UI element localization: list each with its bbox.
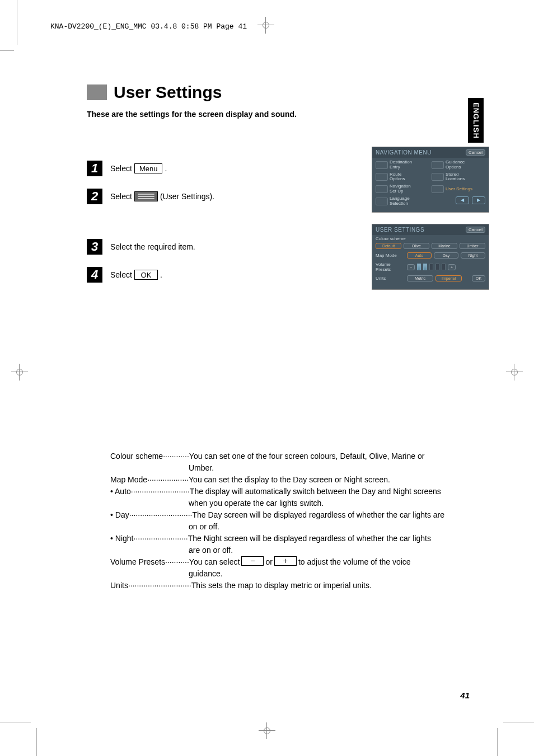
colour-default[interactable]: Default: [376, 243, 401, 249]
desc-text-cont: are on or off.: [110, 544, 484, 556]
ok-button[interactable]: OK: [472, 275, 485, 281]
nav-item-destination[interactable]: DestinationEntry: [376, 160, 429, 170]
desc-term: Units: [110, 580, 128, 591]
desc-text: The Night screen will be displayed regar…: [188, 533, 484, 544]
guidance-icon: [432, 161, 444, 169]
units-label: Units: [376, 276, 405, 281]
crop-mark: [17, 0, 17, 45]
step-suffix: .: [165, 164, 167, 173]
vol-plus[interactable]: +: [448, 264, 456, 270]
desc-text: The Day screen will be displayed regardl…: [193, 509, 485, 521]
register-mark-right: [506, 364, 523, 381]
prev-button[interactable]: ◀: [456, 196, 469, 204]
desc-text: This sets the map to display metric or i…: [191, 580, 484, 591]
vol-bar: [423, 264, 427, 270]
colour-umber[interactable]: Umber: [460, 243, 485, 249]
ok-button[interactable]: OK: [134, 270, 158, 280]
step-text: Select the required item.: [110, 242, 195, 251]
map-night[interactable]: Night: [461, 252, 485, 259]
vol-minus[interactable]: −: [407, 264, 415, 270]
desc-text: The display will automatically switch be…: [190, 486, 484, 497]
stored-icon: [432, 173, 444, 181]
units-imperial[interactable]: Imperial: [435, 275, 462, 281]
desc-term: • Night: [110, 533, 133, 544]
desc-term: Colour scheme: [110, 450, 163, 462]
desc-text-cont: on or off.: [110, 521, 484, 533]
plus-button[interactable]: +: [274, 556, 297, 566]
map-auto[interactable]: Auto: [407, 252, 432, 259]
destination-icon: [376, 161, 388, 169]
dots: ·························: [133, 533, 188, 544]
vol-bar: [429, 264, 433, 270]
crop-mark: [0, 722, 31, 722]
nav-item-guidance[interactable]: GuidanceOptions: [432, 160, 485, 170]
nav-item-user-settings[interactable]: User Settings: [432, 184, 485, 194]
nav-item-route[interactable]: RouteOptions: [376, 172, 429, 182]
nav-menu-screenshot: NAVIGATION MENU Cancel DestinationEntry …: [372, 147, 489, 213]
step-suffix: .: [160, 270, 162, 279]
desc-text-cont: when you operate the car lights switch.: [110, 497, 484, 509]
page-number: 41: [460, 691, 470, 700]
dots: ············: [163, 450, 189, 462]
desc-text: You can set one of the four screen colou…: [189, 450, 484, 462]
page-header-text: KNA-DV2200_(E)_ENG_MMC 03.4.8 0:58 PM Pa…: [50, 22, 247, 31]
register-mark-bottom: [259, 722, 275, 739]
language-icon: [376, 198, 388, 205]
minus-button[interactable]: −: [241, 556, 264, 566]
dots: ···························: [131, 486, 190, 497]
user-settings-screenshot: USER SETTINGS Cancel Colour scheme Defau…: [372, 224, 489, 290]
register-mark-left: [11, 364, 28, 381]
or-text: or: [265, 556, 272, 568]
vol-bar: [417, 264, 421, 270]
nav-item-stored[interactable]: StoredLocations: [432, 172, 485, 182]
step-number: 4: [87, 267, 102, 283]
crop-mark: [36, 728, 37, 756]
units-metric[interactable]: Metric: [407, 275, 433, 281]
crop-mark: [503, 722, 534, 722]
desc-text-cont: guidance.: [110, 568, 484, 580]
step-number: 3: [87, 239, 102, 255]
step-number: 2: [87, 189, 102, 204]
desc-term: Map Mode: [110, 474, 147, 486]
page-subtitle: These are the settings for the screen di…: [87, 110, 484, 119]
page-title: User Settings: [114, 83, 222, 102]
user-settings-icon-button[interactable]: [134, 191, 158, 201]
dots: ···················: [147, 474, 189, 486]
colour-scheme-label: Colour scheme: [372, 235, 489, 241]
desc-text: You can set the display to the Day scree…: [189, 474, 484, 486]
step-suffix: (User Settings).: [160, 192, 214, 201]
register-mark-top: [257, 17, 274, 34]
desc-text: to adjust the volume of the voice: [298, 556, 411, 568]
map-mode-label: Map Mode: [376, 253, 405, 258]
volume-label: Volume Presets: [376, 262, 405, 272]
menu-button[interactable]: Menu: [134, 163, 163, 173]
map-day[interactable]: Day: [434, 252, 458, 259]
crop-mark: [0, 50, 14, 51]
desc-term: • Auto: [110, 486, 131, 497]
title-block-icon: [87, 84, 107, 100]
dots: ···········: [165, 556, 189, 568]
vol-bar: [442, 264, 446, 270]
step-number: 1: [87, 161, 102, 176]
step-text: Select: [110, 270, 132, 279]
vol-bar: [435, 264, 439, 270]
desc-term: • Day: [110, 509, 129, 521]
step-text: Select: [110, 192, 132, 201]
colour-marine[interactable]: Marine: [432, 243, 457, 249]
colour-olive[interactable]: Olive: [404, 243, 429, 249]
next-button[interactable]: ▶: [472, 196, 485, 204]
nav-item-navsetup[interactable]: NavigationSet Up: [376, 184, 429, 194]
usersettings-icon: [432, 185, 444, 193]
step-text: Select: [110, 164, 132, 173]
cancel-button[interactable]: Cancel: [466, 227, 485, 233]
route-icon: [376, 173, 388, 181]
dots: ·····························: [129, 509, 193, 521]
crop-mark: [497, 728, 498, 756]
desc-text: You can select: [189, 556, 240, 568]
cancel-button[interactable]: Cancel: [466, 149, 485, 156]
dots: ·····························: [128, 580, 191, 591]
desc-text-cont: Umber.: [110, 462, 484, 474]
user-settings-title: USER SETTINGS: [376, 227, 424, 233]
nav-item-language[interactable]: LanguageSelection: [376, 196, 429, 206]
navsetup-icon: [376, 185, 388, 193]
